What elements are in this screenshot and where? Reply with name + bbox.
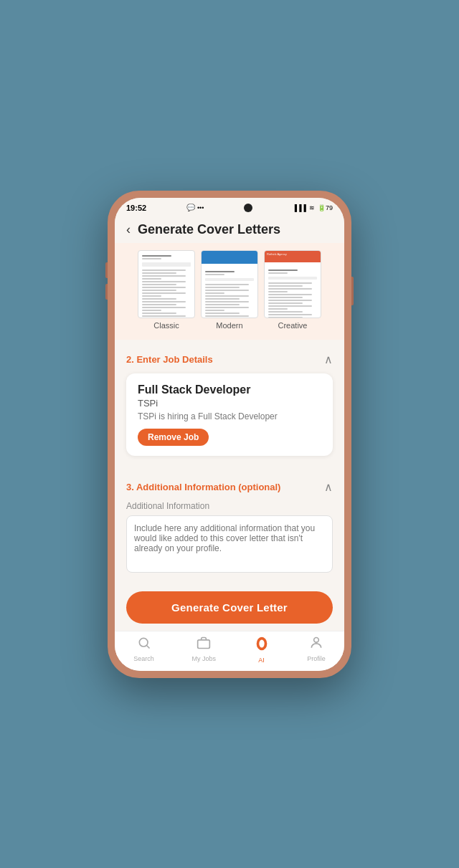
wifi-icon: ≋ <box>309 204 315 211</box>
nav-item-search[interactable]: Search <box>133 636 154 664</box>
ai-icon <box>254 636 270 655</box>
search-icon <box>137 636 151 654</box>
additional-info-chevron[interactable]: ∧ <box>324 480 333 494</box>
camera-notch <box>244 204 252 212</box>
svg-rect-2 <box>198 639 210 648</box>
nav-ai-label: AI <box>258 657 265 664</box>
template-classic[interactable]: Classic <box>138 250 195 330</box>
back-button[interactable]: ‹ <box>126 222 131 237</box>
job-description: TSPi is hiring a Full Stack Developer <box>138 411 321 421</box>
job-details-title: 2. Enter Job Details <box>126 354 213 365</box>
bottom-nav: Search My Jobs AI <box>115 631 344 671</box>
additional-info-title: 3. Additional Information (optional) <box>126 482 280 492</box>
job-company: TSPi <box>138 398 321 409</box>
additional-info-textarea[interactable] <box>126 515 333 573</box>
template-section: Classic <box>115 243 344 340</box>
svg-point-4 <box>259 639 264 647</box>
nav-item-myjobs[interactable]: My Jobs <box>191 636 216 664</box>
template-creative-preview: Rethink Agency <box>264 250 321 318</box>
template-modern-label: Modern <box>216 321 242 330</box>
template-modern[interactable]: Modern <box>201 250 258 330</box>
additional-info-header: 3. Additional Information (optional) ∧ <box>126 480 333 494</box>
nav-item-profile[interactable]: Profile <box>307 636 326 664</box>
status-bar: 19:52 💬 ••• ▐▐▐ ≋ 🔋79 <box>115 198 344 215</box>
job-details-chevron[interactable]: ∧ <box>324 353 333 366</box>
header: ‹ Generate Cover Letters <box>115 215 344 243</box>
more-icon: ••• <box>197 204 204 211</box>
status-time: 19:52 <box>126 204 146 212</box>
nav-profile-label: Profile <box>307 655 326 662</box>
svg-line-1 <box>146 645 149 648</box>
page-title: Generate Cover Letters <box>138 222 280 237</box>
status-icons: ▐▐▐ ≋ 🔋79 <box>293 204 333 211</box>
app-content: ‹ Generate Cover Letters <box>115 215 344 631</box>
job-card: Full Stack Developer TSPi TSPi is hiring… <box>126 373 333 456</box>
job-details-header: 2. Enter Job Details ∧ <box>126 353 333 366</box>
generate-cover-letter-button[interactable]: Generate Cover Letter <box>126 591 333 624</box>
battery-icon: 🔋79 <box>318 204 333 211</box>
template-classic-label: Classic <box>153 321 179 330</box>
generate-section: Generate Cover Letter <box>115 583 344 631</box>
additional-info-label: Additional Information <box>126 501 333 511</box>
additional-info-section: 3. Additional Information (optional) ∧ A… <box>115 473 344 583</box>
template-modern-preview <box>201 250 258 318</box>
template-creative[interactable]: Rethink Agency <box>264 250 321 330</box>
remove-job-button[interactable]: Remove Job <box>138 429 209 446</box>
svg-point-0 <box>139 638 148 647</box>
myjobs-icon <box>197 636 211 654</box>
nav-myjobs-label: My Jobs <box>191 655 216 662</box>
job-title: Full Stack Developer <box>138 383 321 396</box>
signal-icon: ▐▐▐ <box>293 204 306 211</box>
nav-item-ai[interactable]: AI <box>254 636 270 664</box>
whatsapp-icon: 💬 <box>186 204 195 211</box>
template-creative-label: Creative <box>278 321 308 330</box>
nav-search-label: Search <box>133 655 154 662</box>
job-details-section: 2. Enter Job Details ∧ Full Stack Develo… <box>115 345 344 467</box>
svg-point-5 <box>314 637 319 642</box>
template-cards: Classic <box>123 250 336 330</box>
profile-icon <box>309 636 323 654</box>
template-classic-preview <box>138 250 195 318</box>
